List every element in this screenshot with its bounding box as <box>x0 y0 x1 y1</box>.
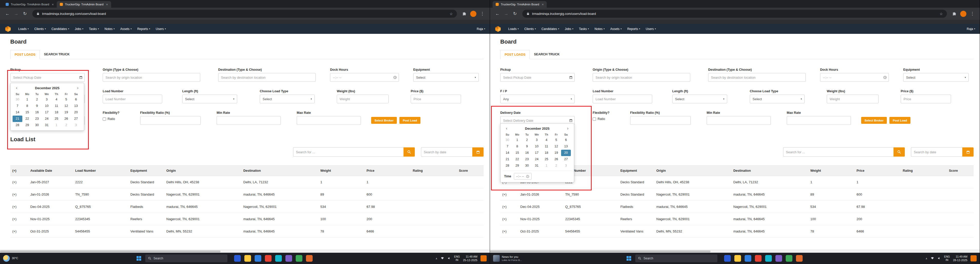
nav-menu-item[interactable]: Reports ▾ <box>625 27 643 31</box>
user-menu[interactable]: Raja ▾ <box>967 27 975 31</box>
price-input[interactable] <box>901 95 951 103</box>
expand-row-cell[interactable]: (+) <box>10 213 28 225</box>
nav-menu-item[interactable]: Candidates ▾ <box>539 27 562 31</box>
table-header-cell[interactable]: Available Date <box>28 166 73 176</box>
forward-icon[interactable]: → <box>502 10 510 18</box>
table-header-cell[interactable]: Destination <box>241 166 318 176</box>
calendar-day[interactable]: 1 <box>52 122 61 128</box>
pickup-date-input[interactable] <box>500 73 575 82</box>
calendar-day[interactable]: 29 <box>22 122 32 128</box>
origin-input[interactable] <box>103 73 200 82</box>
truckergig-logo[interactable] <box>495 26 501 32</box>
calendar-day[interactable]: 26 <box>551 156 561 163</box>
taskbar-app-icon[interactable] <box>255 255 261 262</box>
nav-menu-item[interactable]: Users ▾ <box>153 27 169 31</box>
search-button[interactable] <box>894 147 905 157</box>
taskbar-app-icon[interactable] <box>734 255 741 262</box>
nav-menu-item[interactable]: Users ▾ <box>643 27 659 31</box>
menu-kebab-icon[interactable]: ⋮ <box>479 10 486 18</box>
calendar-day[interactable]: 24 <box>42 115 52 122</box>
calendar-day[interactable]: 16 <box>32 109 42 115</box>
calendar-day[interactable]: 2 <box>551 163 561 169</box>
calendar-day[interactable]: 23 <box>32 115 42 122</box>
destination-input[interactable] <box>708 73 806 82</box>
calendar-day[interactable]: 30 <box>32 122 42 128</box>
bookmark-star-icon[interactable]: ☆ <box>939 12 943 16</box>
next-month-icon[interactable]: › <box>75 85 80 90</box>
table-header-cell[interactable]: Price <box>854 166 901 176</box>
tray-chevron-icon[interactable]: ∧ <box>926 257 928 260</box>
browser-tab[interactable]: TruckerGig- TrmAdmin Board × <box>493 1 547 8</box>
nav-menu-item[interactable]: Notes ▾ <box>102 27 117 31</box>
menu-kebab-icon[interactable]: ⋮ <box>969 10 976 18</box>
taskbar-search[interactable]: Search <box>635 255 718 262</box>
expand-row-cell[interactable]: (+) <box>10 201 28 213</box>
expand-row-cell[interactable]: (+) <box>10 176 28 188</box>
search-date-button[interactable] <box>962 147 974 157</box>
load-type-select[interactable]: Select ▾ <box>260 95 315 103</box>
calendar-day[interactable]: 30 <box>522 163 532 169</box>
table-row[interactable]: (+) Nov-01-2025 22345345 Reefers Nagerco… <box>10 213 484 225</box>
calendar-day[interactable]: 10 <box>42 103 52 109</box>
taskbar-app-icon[interactable] <box>285 255 292 262</box>
back-icon[interactable]: ← <box>3 10 11 18</box>
taskbar-app-icon[interactable] <box>775 255 782 262</box>
calendar-day[interactable]: 1 <box>542 163 551 169</box>
search-date-button[interactable] <box>472 147 484 157</box>
address-bar[interactable]: trmadminqa.truckergig.com/users/load-boa… <box>522 10 947 18</box>
calendar-day[interactable]: 16 <box>522 150 532 156</box>
expand-row-cell[interactable]: (+) <box>500 188 518 201</box>
nav-menu-item[interactable]: Candidates ▾ <box>49 27 72 31</box>
max-rate-input[interactable] <box>297 116 361 125</box>
taskbar-app-icon[interactable] <box>265 255 272 262</box>
nav-menu-item[interactable]: Jobs ▾ <box>562 27 576 31</box>
wifi-icon[interactable] <box>931 256 934 260</box>
horizontal-scrollbar[interactable] <box>490 250 980 253</box>
weight-input[interactable] <box>827 95 878 103</box>
destination-input[interactable] <box>218 73 316 82</box>
taskbar-app-icon[interactable] <box>755 255 762 262</box>
calendar-day[interactable]: 28 <box>503 163 512 169</box>
dock-hours-input[interactable] <box>820 73 889 82</box>
time-input[interactable]: --:-- -- <box>514 173 532 180</box>
profile-avatar[interactable] <box>960 11 966 17</box>
start-button[interactable] <box>137 256 141 261</box>
table-header-cell[interactable]: Weight <box>808 166 854 176</box>
profile-avatar[interactable] <box>470 11 476 17</box>
table-row[interactable]: (+) Dec-04-2025 Q_875765 Flatbeds madura… <box>500 201 974 213</box>
browser-tab[interactable]: TruckerGig- TrmAdmin Board × <box>3 1 57 8</box>
calendar-day[interactable]: 4 <box>52 96 61 103</box>
table-header-cell[interactable]: Score <box>947 166 974 176</box>
back-icon[interactable]: ← <box>493 10 501 18</box>
nav-menu-item[interactable]: Loads ▾ <box>15 27 32 31</box>
calendar-day[interactable]: 23 <box>522 156 532 163</box>
notification-badge[interactable] <box>480 255 487 261</box>
calendar-day[interactable]: 12 <box>61 103 71 109</box>
calendar-day[interactable]: 18 <box>52 109 61 115</box>
nav-menu-item[interactable]: Clients ▾ <box>32 27 49 31</box>
calendar-day[interactable]: 19 <box>61 109 71 115</box>
calendar-day[interactable]: 20 <box>561 150 571 156</box>
post-load-button[interactable]: Post Load <box>889 117 910 124</box>
calendar-day[interactable]: 3 <box>532 137 542 143</box>
calendar-day[interactable]: 15 <box>22 109 32 115</box>
weight-input[interactable] <box>337 95 388 103</box>
search-input[interactable] <box>783 147 894 157</box>
calendar-day[interactable]: 4 <box>542 137 551 143</box>
taskbar-widget[interactable]: 30°C <box>3 255 52 262</box>
search-input[interactable] <box>293 147 404 157</box>
calendar-day[interactable]: 20 <box>71 109 81 115</box>
table-row[interactable]: (+) Jan-01-2026 TN_7590 Decks Standard N… <box>10 188 484 201</box>
taskbar-app-icon[interactable] <box>244 255 251 262</box>
calendar-day[interactable]: 31 <box>42 122 52 128</box>
calendar-day[interactable]: 2 <box>61 122 71 128</box>
taskbar-widget[interactable]: News for you Luke Air Force B... <box>493 255 542 262</box>
scrollbar-thumb[interactable] <box>0 250 221 253</box>
calendar-day[interactable]: 14 <box>13 109 22 115</box>
next-month-icon[interactable]: › <box>565 126 570 131</box>
calendar-day[interactable]: 29 <box>512 163 522 169</box>
address-bar[interactable]: trmadminqa.truckergig.com/users/load-boa… <box>32 10 457 18</box>
table-header-cell[interactable]: Score <box>457 166 484 176</box>
calendar-day[interactable]: 15 <box>512 150 522 156</box>
origin-input[interactable] <box>593 73 690 82</box>
